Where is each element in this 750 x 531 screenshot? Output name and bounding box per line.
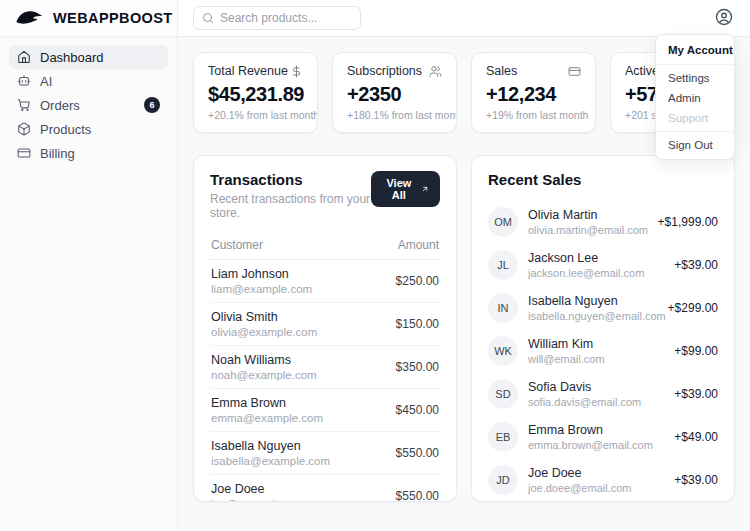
brand-logo: WEBAPPBOOST [0, 0, 177, 37]
customer-email: liam@example.com [211, 283, 312, 295]
customer-name: Joe Doee [211, 482, 306, 496]
customer-email: isabella@example.com [211, 455, 330, 467]
amount-cell: $350.00 [396, 360, 439, 374]
sidebar-item-label: Dashboard [40, 50, 104, 65]
sale-info: Joe Doeejoe.doee@email.com [528, 466, 664, 494]
menu-divider [656, 64, 734, 65]
customer-name: Noah Williams [211, 353, 317, 367]
sale-email: emma.brown@email.com [528, 439, 664, 451]
customer-name: Emma Brown [211, 396, 323, 410]
arrow-up-right-icon [421, 184, 429, 194]
sidebar-nav: DashboardAIOrders6ProductsBilling [0, 37, 177, 173]
shopping-cart-icon [17, 98, 31, 112]
sale-name: Olivia Martin [528, 208, 648, 222]
sale-amount: +$49.00 [674, 430, 718, 444]
avatar: IN [488, 293, 518, 323]
sale-amount: +$99.00 [674, 344, 718, 358]
bot-icon [17, 74, 31, 88]
list-item: JLJackson Leejackson.lee@email.com+$39.0… [488, 243, 718, 286]
sidebar-item-billing[interactable]: Billing [9, 141, 168, 165]
stat-card-total-revenue: Total Revenue$45,231.89+20.1% from last … [193, 52, 318, 133]
stat-value: +2350 [347, 83, 442, 106]
sale-email: olivia.martin@email.com [528, 224, 648, 236]
amount-cell: $550.00 [396, 489, 439, 502]
table-row: Olivia Smitholivia@example.com$150.00 [210, 303, 440, 346]
sale-name: William Kim [528, 337, 664, 351]
customer-name: Olivia Smith [211, 310, 317, 324]
recent-sales-panel: Recent Sales OMOlivia Martinolivia.marti… [471, 155, 735, 502]
sidebar-item-label: Products [40, 122, 91, 137]
list-item: EBEmma Brownemma.brown@email.com+$49.00 [488, 415, 718, 458]
users-icon [429, 65, 442, 78]
stat-card-header: Sales [486, 64, 581, 78]
sale-name: Emma Brown [528, 423, 664, 437]
list-item: OMOlivia Martinolivia.martin@email.com+$… [488, 200, 718, 243]
stat-change: +180.1% from last month [347, 109, 442, 121]
customer-name: Liam Johnson [211, 267, 312, 281]
search-box[interactable] [193, 6, 361, 30]
sidebar-item-orders[interactable]: Orders6 [9, 93, 168, 117]
user-menu: My Account SettingsAdminSupportSign Out [655, 34, 735, 160]
stat-value: +12,234 [486, 83, 581, 106]
customer-cell: Olivia Smitholivia@example.com [211, 310, 317, 338]
customer-email: emma@example.com [211, 412, 323, 424]
sidebar-item-label: Orders [40, 98, 80, 113]
transactions-title: Transactions [210, 171, 371, 188]
sidebar-item-label: Billing [40, 146, 75, 161]
avatar: SD [488, 379, 518, 409]
avatar: OM [488, 207, 518, 237]
home-icon [17, 50, 31, 64]
list-item: WKWilliam Kimwill@email.com+$99.00 [488, 329, 718, 372]
menu-item-sign-out[interactable]: Sign Out [660, 135, 730, 155]
amount-cell: $450.00 [396, 403, 439, 417]
menu-item-settings[interactable]: Settings [660, 68, 730, 88]
sale-info: Sofia Davissofia.davis@email.com [528, 380, 664, 408]
view-all-button[interactable]: View All [371, 171, 440, 207]
sidebar: WEBAPPBOOST DashboardAIOrders6ProductsBi… [0, 0, 178, 531]
transactions-table: Customer Amount Liam Johnsonliam@example… [210, 233, 440, 502]
sale-amount: +$39.00 [674, 387, 718, 401]
avatar: JL [488, 250, 518, 280]
column-header-customer: Customer [211, 238, 263, 252]
table-row: Emma Brownemma@example.com$450.00 [210, 389, 440, 432]
sidebar-item-dashboard[interactable]: Dashboard [9, 45, 168, 69]
amount-cell: $550.00 [396, 446, 439, 460]
sale-amount: +$299.00 [668, 301, 718, 315]
sale-email: sofia.davis@email.com [528, 396, 664, 408]
menu-item-admin[interactable]: Admin [660, 88, 730, 108]
table-row: Joe Doeejoe@example.com$550.00 [210, 475, 440, 502]
sale-email: isabella.nguyen@email.com [528, 310, 658, 322]
avatar: WK [488, 336, 518, 366]
table-row: Noah Williamsnoah@example.com$350.00 [210, 346, 440, 389]
stat-label: Total Revenue [208, 64, 288, 78]
sidebar-item-label: AI [40, 74, 52, 89]
sale-info: William Kimwill@email.com [528, 337, 664, 365]
user-circle-icon[interactable] [715, 8, 735, 28]
sale-info: Jackson Leejackson.lee@email.com [528, 251, 664, 279]
stat-card-subscriptions: Subscriptions+2350+180.1% from last mont… [332, 52, 457, 133]
stat-change: +19% from last month [486, 109, 581, 121]
amount-cell: $250.00 [396, 274, 439, 288]
search-icon [202, 12, 214, 24]
transactions-subtitle: Recent transactions from your store. [210, 192, 371, 220]
stat-card-header: Total Revenue [208, 64, 303, 78]
credit-card-icon [568, 65, 581, 78]
customer-email: joe@example.com [211, 498, 306, 502]
sidebar-item-products[interactable]: Products [9, 117, 168, 141]
sale-name: Joe Doee [528, 466, 664, 480]
stat-value: $45,231.89 [208, 83, 303, 106]
sidebar-item-ai[interactable]: AI [9, 69, 168, 93]
menu-divider [656, 131, 734, 132]
list-item: SDSofia Davissofia.davis@email.com+$39.0… [488, 372, 718, 415]
search-input[interactable] [220, 11, 352, 25]
view-all-label: View All [382, 177, 416, 201]
stat-card-sales: Sales+12,234+19% from last month [471, 52, 596, 133]
sale-info: Isabella Nguyenisabella.nguyen@email.com [528, 294, 658, 322]
stats-row: Total Revenue$45,231.89+20.1% from last … [193, 52, 735, 133]
customer-email: olivia@example.com [211, 326, 317, 338]
stat-label: Sales [486, 64, 517, 78]
user-menu-header: My Account [660, 39, 730, 61]
brand-name: WEBAPPBOOST [53, 10, 173, 26]
stat-change: +20.1% from last month [208, 109, 303, 121]
orders-badge: 6 [144, 97, 160, 113]
